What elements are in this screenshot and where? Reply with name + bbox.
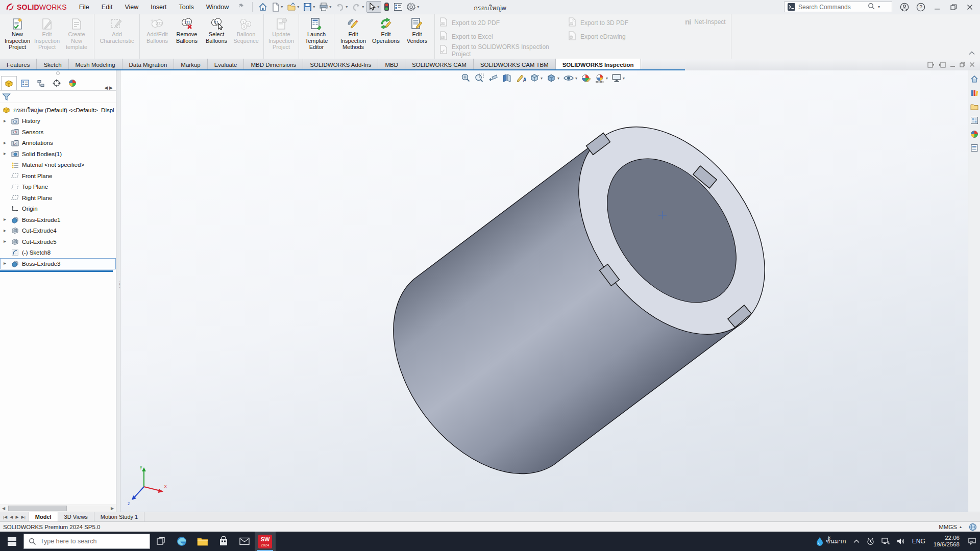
- net-inspect-button[interactable]: Net-Inspect: [694, 18, 725, 26]
- hide-show-items-icon[interactable]: ▾: [563, 73, 577, 83]
- command-search-box[interactable]: ▾: [784, 2, 892, 12]
- print-icon[interactable]: ▾: [317, 2, 333, 12]
- tab-mbd[interactable]: MBD: [378, 59, 405, 70]
- first-tab-icon[interactable]: |◀: [2, 515, 8, 519]
- scroll-right-icon[interactable]: ▶: [109, 506, 116, 511]
- menu-view[interactable]: View: [119, 2, 143, 13]
- edit-appearance-icon[interactable]: [581, 73, 591, 83]
- expander-icon[interactable]: ▸: [4, 118, 6, 123]
- scrollbar-thumb[interactable]: [8, 506, 67, 511]
- options-gear-icon[interactable]: ▾: [405, 2, 421, 13]
- tab-solidworks-cam[interactable]: SOLIDWORKS CAM: [405, 59, 474, 70]
- zoom-to-area-icon[interactable]: [474, 73, 484, 83]
- pin-menu-icon[interactable]: [238, 3, 244, 11]
- menu-window[interactable]: Window: [201, 2, 234, 13]
- configuration-manager-tab[interactable]: [33, 76, 48, 90]
- microsoft-store-icon[interactable]: [213, 532, 234, 551]
- search-icon[interactable]: [868, 3, 875, 11]
- search-commands-input[interactable]: [798, 4, 865, 11]
- new-document-icon[interactable]: ▾: [270, 2, 284, 13]
- new-inspection-project-button[interactable]: New Inspection Project: [3, 16, 32, 51]
- network-icon[interactable]: [878, 532, 893, 551]
- remove-balloons-button[interactable]: 111 Remove Balloons: [172, 16, 202, 44]
- open-document-icon[interactable]: ▾: [285, 2, 301, 13]
- dimxpert-manager-tab[interactable]: [48, 76, 64, 90]
- appearances-scenes-icon[interactable]: [970, 130, 979, 139]
- add-characteristic-button[interactable]: Add Characteristic: [97, 16, 137, 44]
- tab-sketch[interactable]: Sketch: [37, 59, 68, 70]
- display-style-icon[interactable]: ▾: [546, 73, 559, 83]
- update-inspection-project-button[interactable]: Update Inspection Project: [266, 16, 296, 51]
- tab-mbd-dimensions[interactable]: MBD Dimensions: [244, 59, 303, 70]
- units-selector[interactable]: MMGS▴: [939, 524, 962, 530]
- feature-manager-tab[interactable]: [1, 76, 17, 90]
- export-to-solidworks-inspection-project-button[interactable]: Export to SOLIDWORKS Inspection Project: [439, 43, 568, 57]
- tree-item-material[interactable]: Material <not specified>: [0, 160, 116, 171]
- globe-icon[interactable]: [969, 523, 977, 531]
- balloon-sequence-button[interactable]: 123 Balloon Sequence: [231, 16, 261, 44]
- clock[interactable]: 22:06 19/6/2568: [929, 535, 964, 548]
- tree-item-boss-extrude3[interactable]: ▸ Boss-Extrude3: [0, 258, 116, 269]
- file-explorer-icon[interactable]: [970, 102, 979, 111]
- minimize-button[interactable]: [930, 2, 944, 13]
- tab-3d-views[interactable]: 3D Views: [58, 512, 94, 521]
- prev-tab-icon[interactable]: ◀: [9, 515, 14, 519]
- tab-solidworks-inspection[interactable]: SOLIDWORKS Inspection: [556, 59, 641, 70]
- view-settings-icon[interactable]: ▾: [611, 73, 625, 83]
- close-button[interactable]: [963, 2, 977, 13]
- restore-button[interactable]: [946, 2, 961, 13]
- view-orientation-icon[interactable]: ▾: [529, 73, 543, 83]
- document-restore-icon[interactable]: [960, 62, 965, 67]
- rebuild-icon[interactable]: [382, 1, 391, 13]
- tree-item-annotations[interactable]: ▸ A Annotations: [0, 138, 116, 149]
- select-balloons-button[interactable]: 11 Select Balloons: [202, 16, 231, 44]
- tree-item-front-plane[interactable]: Front Plane: [0, 170, 116, 182]
- menu-file[interactable]: File: [74, 2, 94, 13]
- panel-viewport-splitter[interactable]: ⋮⋮: [116, 70, 120, 512]
- ribbon-collapse-icon[interactable]: [969, 49, 975, 57]
- last-tab-icon[interactable]: ▶|: [20, 515, 27, 519]
- volume-icon[interactable]: [893, 532, 909, 551]
- expander-icon[interactable]: ▸: [4, 228, 6, 233]
- rollback-bar[interactable]: [0, 270, 113, 272]
- tree-item-top-plane[interactable]: Top Plane: [0, 182, 116, 193]
- launch-template-editor-button[interactable]: Launch Template Editor: [302, 16, 331, 51]
- expander-icon[interactable]: ▸: [4, 151, 6, 156]
- help-icon[interactable]: ?: [914, 2, 928, 13]
- document-minimize-icon[interactable]: [950, 62, 955, 67]
- weather-widget[interactable]: ชั้นมาก: [813, 532, 850, 551]
- account-icon[interactable]: [897, 2, 912, 13]
- export-to-3d-pdf-button[interactable]: PDF3D Export to 3D PDF: [568, 16, 676, 30]
- property-manager-tab[interactable]: [17, 76, 33, 90]
- tree-item-cut-extrude4[interactable]: ▸ Cut-Extrude4: [0, 226, 116, 237]
- section-view-icon[interactable]: [502, 73, 512, 83]
- tree-item-history[interactable]: ▸ History: [0, 116, 116, 127]
- display-manager-tab[interactable]: [64, 76, 80, 90]
- tree-horizontal-scrollbar[interactable]: ◀ ▶: [0, 505, 116, 512]
- panel-splitter-handle[interactable]: [0, 70, 116, 76]
- previous-view-icon[interactable]: [488, 73, 498, 83]
- file-properties-icon[interactable]: [392, 2, 404, 12]
- previous-window-icon[interactable]: [927, 62, 935, 68]
- hidden-icons-chevron[interactable]: [850, 532, 863, 551]
- home-icon[interactable]: [257, 2, 269, 13]
- expander-icon[interactable]: ▸: [4, 140, 6, 145]
- add-edit-balloons-button[interactable]: 111 Add/Edit Balloons: [142, 16, 172, 44]
- tree-item-sketch8[interactable]: (-) Sketch8: [0, 247, 116, 259]
- zoom-to-fit-icon[interactable]: [460, 73, 471, 83]
- taskbar-search-input[interactable]: [40, 538, 132, 545]
- tab-markup[interactable]: Markup: [174, 59, 207, 70]
- tab-evaluate[interactable]: Evaluate: [208, 59, 244, 70]
- alarms-icon[interactable]: [863, 532, 878, 551]
- taskbar-search-box[interactable]: [23, 534, 150, 549]
- action-center-icon[interactable]: [964, 532, 980, 551]
- tree-item-sensors[interactable]: Sensors: [0, 127, 116, 138]
- next-tab-icon[interactable]: ▶: [14, 515, 19, 519]
- edit-inspection-methods-button[interactable]: Edit Inspection Methods: [337, 16, 370, 51]
- select-cursor-icon[interactable]: ▾: [366, 1, 381, 13]
- tree-item-boss-extrude1[interactable]: ▸ Boss-Extrude1: [0, 214, 116, 226]
- edit-inspection-project-button[interactable]: Edit Inspection Project: [32, 16, 62, 51]
- tab-features[interactable]: Features: [0, 59, 37, 70]
- language-indicator[interactable]: ENG: [909, 532, 929, 551]
- tree-item-right-plane[interactable]: Right Plane: [0, 192, 116, 204]
